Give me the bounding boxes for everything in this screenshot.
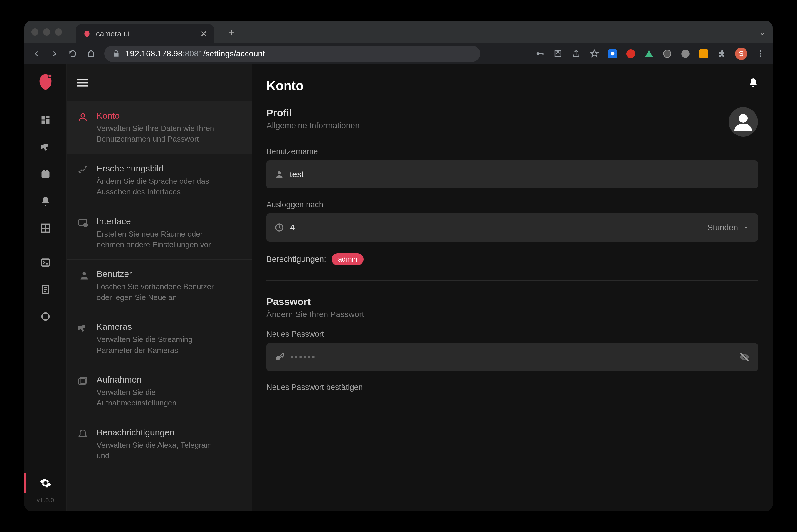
rail-console[interactable]	[24, 249, 67, 276]
sidebar-item-benachrichtigungen[interactable]: Benachrichtigungen Verwalten Sie die Ale…	[67, 418, 252, 471]
browser-tab[interactable]: camera.ui ✕	[76, 24, 214, 43]
eye-off-icon	[739, 352, 750, 362]
rail-cameras[interactable]	[24, 134, 67, 160]
url-bar[interactable]: 192.168.178.98:8081/settings/account	[104, 45, 480, 62]
sidebar-item-title: Benutzer	[97, 269, 226, 279]
logout-value-input[interactable]	[290, 223, 702, 232]
sidebar-item-desc: Verwalten Sie die Streaming Parameter de…	[97, 334, 226, 356]
key-icon[interactable]	[535, 49, 545, 59]
tab-overflow-icon[interactable]: ⌄	[759, 27, 765, 37]
permission-badge: admin	[331, 253, 364, 265]
reload-button[interactable]	[68, 49, 78, 59]
username-input[interactable]	[290, 169, 750, 179]
svg-point-6	[681, 50, 689, 58]
bookmark-star-icon[interactable]	[589, 49, 600, 59]
tab-close-icon[interactable]: ✕	[200, 29, 207, 39]
svg-point-3	[611, 52, 615, 56]
browser-window: camera.ui ✕ ＋ ⌄ 192.168.178.98:8081/sett…	[24, 21, 773, 511]
back-button[interactable]	[32, 49, 41, 59]
profile-avatar-placeholder[interactable]	[728, 107, 758, 136]
notifications-icon	[77, 429, 89, 461]
svg-point-21	[42, 313, 49, 320]
sidebar-item-benutzer[interactable]: Benutzer Löschen Sie vorhandene Benutzer…	[67, 260, 252, 312]
topbar	[734, 64, 773, 101]
rail-dashboard[interactable]	[24, 107, 67, 134]
svg-rect-7	[699, 49, 708, 58]
chevron-down-icon	[743, 224, 750, 231]
sidebar-item-konto[interactable]: Konto Verwalten Sie Ihre Daten wie Ihren…	[67, 101, 252, 154]
sidebar-item-interface[interactable]: Interface Erstellen Sie neue Räume oder …	[67, 207, 252, 260]
sidebar-item-aufnahmen[interactable]: Aufnahmen Verwalten Sie die Aufnahmeeins…	[67, 365, 252, 418]
rail-config[interactable]	[24, 303, 67, 330]
home-button[interactable]	[86, 49, 96, 59]
sidebar-item-kameras[interactable]: Kameras Verwalten Sie die Streaming Para…	[67, 312, 252, 365]
extension-icon-1[interactable]	[608, 49, 618, 59]
forward-button[interactable]	[50, 49, 60, 59]
toggle-password-visibility[interactable]	[739, 352, 750, 362]
sidebar-item-desc: Ändern Sie die Sprache oder das Aussehen…	[97, 176, 226, 197]
svg-rect-1	[555, 51, 561, 57]
appearance-icon	[77, 165, 89, 197]
share-icon[interactable]	[571, 49, 581, 59]
svg-point-32	[278, 171, 281, 174]
extension-icon-6[interactable]	[699, 49, 708, 59]
sidebar-item-desc: Erstellen Sie neue Räume oder nehmen and…	[97, 229, 226, 250]
svg-rect-22	[77, 79, 88, 80]
sidebar-item-erscheinungsbild[interactable]: Erscheinungsbild Ändern Sie die Sprache …	[67, 154, 252, 207]
tab-title: camera.ui	[96, 30, 195, 38]
svg-point-0	[536, 52, 539, 55]
svg-rect-14	[46, 116, 49, 119]
extension-icon-3[interactable]	[644, 49, 654, 59]
logout-unit-select[interactable]: Stunden	[707, 223, 750, 232]
section-profile-title: Profil	[266, 107, 360, 119]
sidebar-item-title: Konto	[97, 111, 226, 121]
svg-point-28	[82, 272, 86, 276]
rail-camview[interactable]	[24, 215, 67, 242]
sidebar-item-desc: Löschen Sie vorhandene Benutzer oder leg…	[97, 281, 226, 303]
close-window-button[interactable]	[32, 28, 38, 36]
install-app-icon[interactable]	[553, 49, 563, 59]
maximize-window-button[interactable]	[55, 28, 62, 36]
sidebar-item-title: Kameras	[97, 322, 226, 332]
tab-favicon-icon	[83, 30, 91, 38]
app-root: v1.0.0 Konto Verwalten Sie Ihre Daten wi…	[24, 64, 773, 511]
nav-rail: v1.0.0	[24, 64, 67, 511]
app-logo[interactable]	[35, 71, 56, 93]
menu-dots-icon[interactable]	[756, 49, 765, 59]
settings-sidebar: Konto Verwalten Sie Ihre Daten wie Ihren…	[67, 64, 252, 511]
sidebar-item-desc: Verwalten Sie Ihre Daten wie Ihren Benut…	[97, 123, 226, 145]
username-input-wrap	[266, 160, 758, 189]
minimize-window-button[interactable]	[43, 28, 50, 36]
logout-input-wrap: Stunden	[266, 213, 758, 242]
rail-settings[interactable]	[24, 470, 67, 496]
sidebar-toggle-button[interactable]	[77, 77, 88, 88]
svg-rect-23	[77, 82, 88, 84]
svg-point-25	[81, 114, 84, 117]
extension-icon-4[interactable]	[662, 49, 672, 59]
sidebar-item-title: Erscheinungsbild	[97, 164, 226, 173]
extension-icon-5[interactable]	[680, 49, 690, 59]
profile-avatar[interactable]: S	[735, 48, 747, 60]
camera-icon	[77, 323, 89, 356]
svg-rect-24	[77, 85, 88, 87]
rail-notifications[interactable]	[24, 188, 67, 215]
section-password-title: Passwort	[266, 296, 758, 307]
username-label: Benutzername	[266, 147, 758, 156]
notifications-bell-icon[interactable]	[748, 77, 759, 88]
rail-recordings[interactable]	[24, 160, 67, 188]
logout-label: Ausloggen nach	[266, 200, 758, 209]
subside-header	[67, 64, 252, 101]
extension-icon-2[interactable]	[626, 49, 636, 59]
new-tab-button[interactable]: ＋	[227, 25, 236, 38]
users-icon	[77, 270, 89, 303]
svg-point-10	[760, 56, 761, 57]
svg-point-5	[664, 50, 671, 58]
newpassword-input[interactable]	[290, 352, 733, 362]
sidebar-item-desc: Verwalten Sie die Alexa, Telegram und	[97, 440, 226, 461]
extensions-puzzle-icon[interactable]	[717, 49, 727, 59]
page-title: Konto	[266, 78, 758, 93]
svg-rect-13	[41, 116, 45, 120]
rail-log[interactable]	[24, 276, 67, 303]
sidebar-item-title: Interface	[97, 216, 226, 226]
version-label: v1.0.0	[37, 496, 54, 511]
